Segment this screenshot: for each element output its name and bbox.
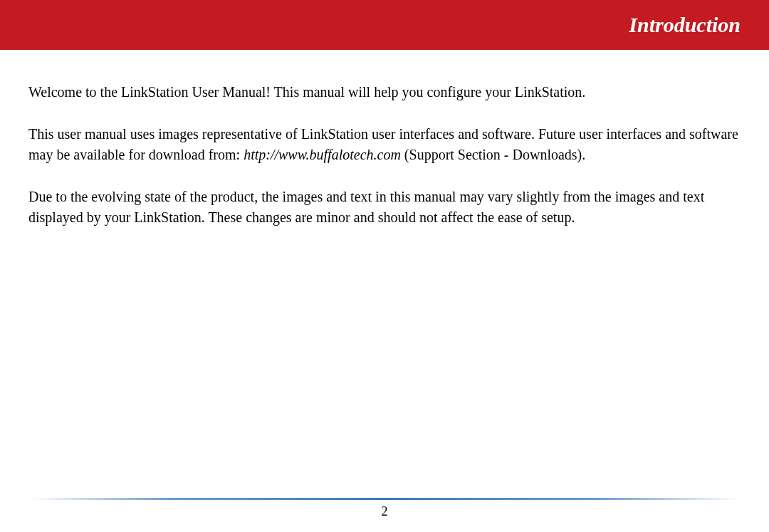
header-title: Introduction <box>629 13 741 37</box>
footer-divider <box>28 498 741 500</box>
page-content: Welcome to the LinkStation User Manual! … <box>0 50 769 228</box>
intro-paragraph-3: Due to the evolving state of the product… <box>28 187 741 228</box>
page-header: Introduction <box>0 0 769 50</box>
page-footer: 2 <box>0 498 769 519</box>
download-url: http://www.buffalotech.com <box>244 147 401 162</box>
page-number: 2 <box>0 504 769 519</box>
intro-paragraph-2: This user manual uses images representat… <box>28 124 741 165</box>
intro-paragraph-1: Welcome to the LinkStation User Manual! … <box>28 82 741 103</box>
paragraph-2-text-b: (Support Section - Downloads). <box>401 147 585 162</box>
